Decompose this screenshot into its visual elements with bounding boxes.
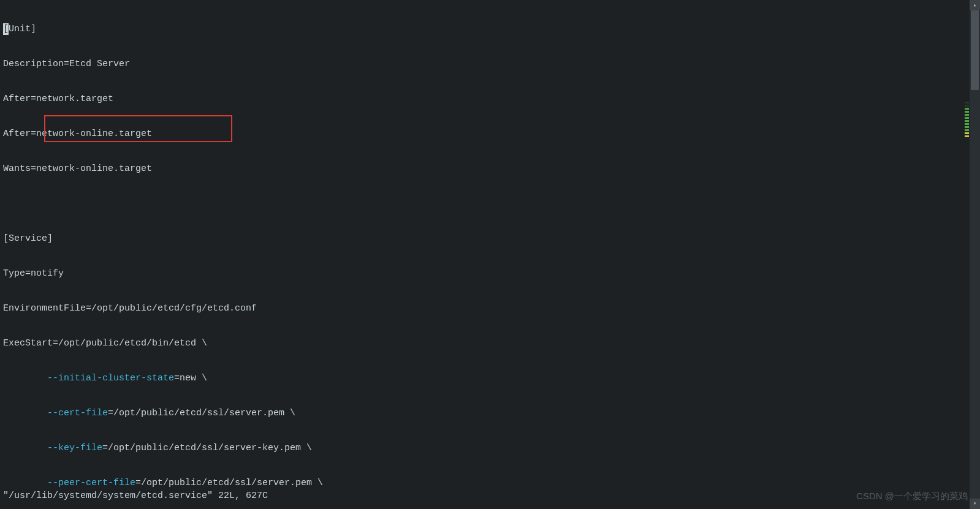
cursor: [ [3,23,9,35]
line-description: Description=Etcd Server [3,58,969,70]
line-execstart: ExecStart=/opt/public/etcd/bin/etcd \ [3,337,969,349]
chevron-down-icon: ▾ [973,498,976,509]
terminal-viewport: [Unit] Description=Etcd Server After=net… [0,0,980,509]
scrollbar-thumb[interactable] [971,10,979,90]
line-opt-cert: --cert-file=/opt/public/etcd/ssl/server.… [3,407,969,419]
vim-status-line: "/usr/lib/systemd/system/etcd.service" 2… [3,490,268,502]
opt-initial-cluster-state: --initial-cluster-state [47,373,174,383]
line-blank1 [3,198,969,209]
line-service: [Service] [3,233,969,244]
line-wants: Wants=network-online.target [3,163,969,175]
opt-key-file: --key-file [47,443,102,453]
line-envfile: EnvironmentFile=/opt/public/etcd/cfg/etc… [3,303,969,314]
opt-peer-cert-file: --peer-cert-file [47,478,135,488]
line-opt-key: --key-file=/opt/public/etcd/ssl/server-k… [3,442,969,454]
line-opt-pcert: --peer-cert-file=/opt/public/etcd/ssl/se… [3,477,969,489]
chevron-up-icon: ▴ [973,0,976,11]
editor-buffer[interactable]: [Unit] Description=Etcd Server After=net… [3,0,969,509]
line-opt-ics: --initial-cluster-state=new \ [3,372,969,384]
scrollbar-track[interactable]: ▴ ▾ [970,0,980,509]
scrollbar-up-button[interactable]: ▴ [970,0,980,10]
activity-meter-icon [965,102,969,138]
line-after1: After=network.target [3,93,969,105]
line-type: Type=notify [3,268,969,279]
line-unit: [Unit] [3,23,969,35]
csdn-watermark: CSDN @一个爱学习的菜鸡 [856,490,968,502]
opt-cert-file: --cert-file [47,408,108,418]
scrollbar-down-button[interactable]: ▾ [970,499,980,509]
line-after2: After=network-online.target [3,128,969,140]
